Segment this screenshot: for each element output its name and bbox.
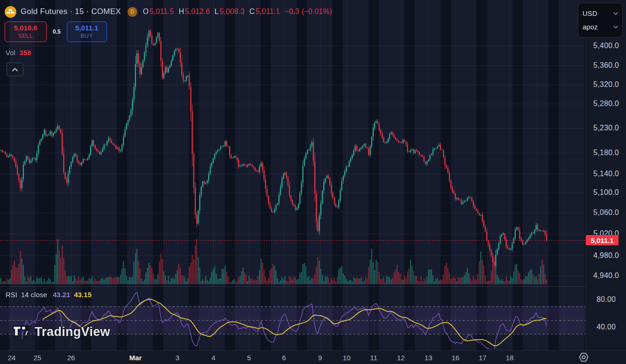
price-axis-label: 5,140.0 <box>586 170 626 178</box>
open-label: O <box>143 7 149 16</box>
buy-label: BUY <box>81 33 93 40</box>
collapse-legend-button[interactable] <box>7 63 23 76</box>
time-axis-label: 4 <box>212 354 215 362</box>
time-axis-label: 5 <box>247 354 251 362</box>
gold-symbol-icon <box>5 6 16 18</box>
low-value: 5,008.3 <box>220 7 244 16</box>
order-panel: 5,010.6 SELL 0.5 5,011.1 BUY <box>5 21 107 42</box>
currency-dropdown[interactable]: USD <box>583 7 618 20</box>
tradingview-logo-icon <box>12 324 31 339</box>
high-label: H <box>178 7 184 16</box>
account-dropdown[interactable]: apoz <box>583 20 618 34</box>
time-axis-label: 12 <box>397 354 405 362</box>
price-axis-label: 5,280.0 <box>586 100 626 108</box>
time-axis-label: Mar <box>129 354 142 362</box>
change-value: −0.3 (−0.01%) <box>285 7 332 16</box>
currency-value: USD <box>583 9 598 17</box>
price-axis-label: 5,400.0 <box>586 42 626 50</box>
time-axis-label: 25 <box>34 354 42 362</box>
time-axis[interactable]: 242526Mar3456910111213161718 <box>0 350 626 364</box>
price-axis-label: 5,060.0 <box>586 208 626 217</box>
symbol-legend[interactable]: Gold Futures · 15 · COMEX D O5,011.5 H5,… <box>5 5 332 18</box>
buy-price: 5,011.1 <box>75 24 98 33</box>
time-axis-label: 9 <box>318 354 322 362</box>
time-axis-label: 17 <box>479 354 487 362</box>
timezone-settings-icon[interactable] <box>578 351 590 364</box>
price-axis-label: 4,980.0 <box>586 251 626 260</box>
volume-legend: Vol 358 <box>6 49 31 57</box>
symbol-title[interactable]: Gold Futures · 15 · COMEX <box>21 7 121 16</box>
price-axis-label: 5,180.0 <box>586 149 626 157</box>
time-axis-label: 26 <box>67 354 75 362</box>
chevron-up-icon <box>12 68 18 71</box>
price-axis-label: 4,940.0 <box>586 271 626 280</box>
price-axis-label: 5,230.0 <box>586 124 626 132</box>
sell-button[interactable]: 5,010.6 SELL <box>5 21 47 42</box>
tradingview-watermark[interactable]: TradingView <box>12 324 110 339</box>
currency-selector: USD apoz <box>578 3 623 37</box>
time-axis-label: 6 <box>282 354 286 362</box>
last-price-tag: 5,011.1 <box>586 235 619 245</box>
time-axis-label: 13 <box>425 354 433 362</box>
buy-button[interactable]: 5,011.1 BUY <box>67 21 107 42</box>
rsi-value: 43.21 <box>53 291 71 299</box>
chevron-down-icon <box>613 26 618 29</box>
time-axis-label: 16 <box>452 354 460 362</box>
volume-value: 358 <box>20 49 31 57</box>
low-label: L <box>214 7 219 16</box>
chevron-down-icon <box>613 12 618 15</box>
ohlc-values: O5,011.5 H5,012.6 L5,008.3 C5,011.1 −0.3… <box>143 7 332 16</box>
price-chart-canvas[interactable] <box>0 0 626 364</box>
price-axis-label: 5,320.0 <box>586 80 626 89</box>
rsi-ma-value: 43.15 <box>74 291 92 299</box>
time-axis-label: 10 <box>343 354 351 362</box>
chart-root: 5,400.05,360.05,320.05,280.05,230.05,180… <box>0 0 626 364</box>
time-axis-label: 11 <box>370 354 377 362</box>
rsi-legend[interactable]: RSI 14 close 43.21 43.15 <box>6 291 92 299</box>
account-value: apoz <box>583 23 598 31</box>
spread-value: 0.5 <box>53 29 61 35</box>
time-axis-label: 18 <box>506 354 514 362</box>
time-axis-label: 24 <box>8 354 16 362</box>
time-axis-label: 3 <box>176 354 179 362</box>
sell-price: 5,010.6 <box>14 24 37 33</box>
sell-label: SELL <box>18 33 33 40</box>
price-axis-label: 5,360.0 <box>586 61 626 70</box>
close-label: C <box>249 7 255 16</box>
rsi-title: RSI <box>6 291 17 299</box>
close-value: 5,011.1 <box>256 7 280 16</box>
tradingview-wordmark: TradingView <box>35 325 110 339</box>
high-value: 5,012.6 <box>185 7 210 16</box>
volume-label: Vol <box>6 49 15 57</box>
price-axis-label: 5,100.0 <box>586 188 626 197</box>
rsi-params: 14 close <box>21 291 47 299</box>
open-value: 5,011.5 <box>149 7 174 16</box>
price-axis[interactable]: 5,400.05,360.05,320.05,280.05,230.05,180… <box>585 0 626 350</box>
interval-d-badge[interactable]: D <box>128 7 137 17</box>
price-axis-label: 80.00 <box>586 295 626 304</box>
price-axis-label: 40.00 <box>586 323 626 331</box>
